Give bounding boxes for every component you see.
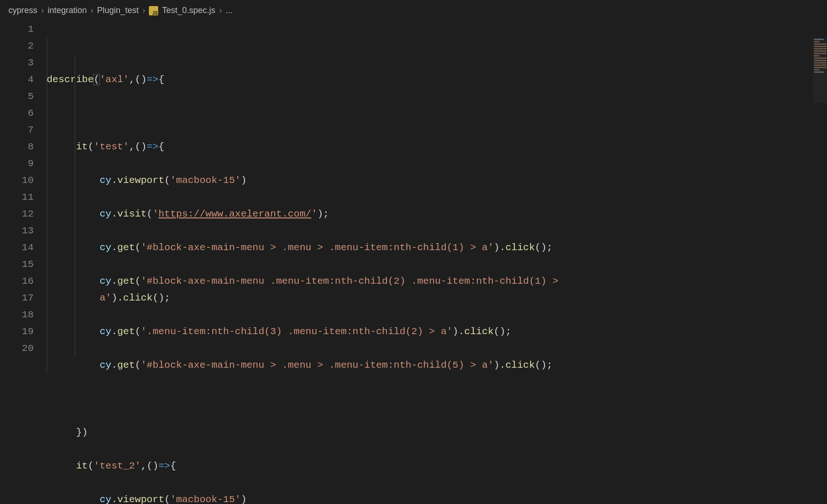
token-variable: cy xyxy=(99,242,111,253)
token-function: viewport xyxy=(117,175,164,186)
minimap-line xyxy=(814,50,827,52)
code-line[interactable]: cy.get('#block-axe-main-menu > .menu > .… xyxy=(47,357,827,374)
code-line[interactable]: describe('axl',()=>{ xyxy=(47,71,827,88)
token-string: '#block-axe-main-menu > .menu > .menu-it… xyxy=(141,360,494,371)
code-line[interactable]: cy.viewport('macbook-15') xyxy=(47,172,827,189)
token-punct: { xyxy=(158,74,164,85)
token-punct: ,() xyxy=(129,141,147,152)
line-number: 9 xyxy=(0,155,34,172)
token-function: click xyxy=(505,242,535,253)
line-number: 12 xyxy=(0,206,34,223)
line-number: 10 xyxy=(0,172,34,189)
line-number: 1 xyxy=(0,21,34,38)
line-number: 18 xyxy=(0,307,34,323)
token-punct: ( xyxy=(88,141,94,152)
minimap-line xyxy=(814,41,820,42)
token-function: describe xyxy=(47,74,94,85)
minimap-line xyxy=(814,39,824,40)
token-variable: cy xyxy=(99,360,111,371)
minimap[interactable] xyxy=(813,38,827,103)
code-editor[interactable]: 1 2 3 4 5 6 7 8 9 10 11 12 13 14 15 16 1… xyxy=(0,19,827,502)
token-punct: ( xyxy=(135,242,141,253)
line-number: 5 xyxy=(0,88,34,105)
breadcrumb-segment[interactable]: integration xyxy=(48,6,87,15)
token-punct: { xyxy=(170,461,176,471)
minimap-line xyxy=(814,53,827,54)
token-punct: (); xyxy=(535,242,553,253)
breadcrumb-segment[interactable]: cypress xyxy=(8,6,37,15)
token-function: it xyxy=(76,461,88,471)
line-number-gutter: 1 2 3 4 5 6 7 8 9 10 11 12 13 14 15 16 1… xyxy=(0,19,47,502)
minimap-line xyxy=(814,71,824,73)
token-punct: . xyxy=(112,276,118,287)
token-arrow: => xyxy=(147,74,158,85)
chevron-right-icon: › xyxy=(41,6,44,15)
token-function: get xyxy=(117,360,135,371)
indent-guide xyxy=(47,38,47,374)
breadcrumb-segment[interactable]: Plugin_test xyxy=(97,6,139,15)
code-line[interactable]: cy.get('#block-axe-main-menu > .menu > .… xyxy=(47,239,827,256)
token-punct: . xyxy=(112,242,118,253)
code-line[interactable]: cy.get('.menu-item:nth-child(3) .menu-it… xyxy=(47,323,827,340)
minimap-line xyxy=(814,55,820,56)
code-line[interactable] xyxy=(47,105,827,122)
token-string: '#block-axe-main-menu .menu-item:nth-chi… xyxy=(141,276,564,287)
token-punct: . xyxy=(112,360,118,371)
token-arrow: => xyxy=(158,461,170,471)
code-line[interactable]: cy.get('#block-axe-main-menu .menu-item:… xyxy=(47,273,827,307)
token-punct: ( xyxy=(164,175,170,186)
token-function: it xyxy=(76,141,88,152)
minimap-line xyxy=(814,48,827,49)
minimap-line xyxy=(814,43,827,45)
line-number: 16 xyxy=(0,273,34,290)
line-number: 19 xyxy=(0,323,34,340)
line-number: 3 xyxy=(0,55,34,71)
line-number: 2 xyxy=(0,38,34,55)
token-punct: ( xyxy=(88,461,94,471)
token-punct: ). xyxy=(494,360,505,371)
token-string: ' xyxy=(311,209,317,219)
code-content[interactable]: describe('axl',()=>{ it('test',()=>{ cy.… xyxy=(47,19,827,502)
chevron-right-icon: › xyxy=(219,6,222,15)
token-function: get xyxy=(117,242,135,253)
token-punct: . xyxy=(112,209,118,219)
minimap-line xyxy=(814,60,827,61)
token-function: click xyxy=(505,360,535,371)
minimap-line xyxy=(814,57,827,59)
token-punct: ). xyxy=(112,293,123,303)
minimap-line xyxy=(814,62,827,63)
line-number: 17 xyxy=(0,290,34,307)
token-function: click xyxy=(123,293,153,303)
token-punct: ); xyxy=(317,209,329,219)
token-function: click xyxy=(464,326,494,337)
code-line[interactable]: it('test_2',()=>{ xyxy=(47,458,827,475)
token-variable: cy xyxy=(99,209,111,219)
bracket-match-icon: ( xyxy=(94,74,100,85)
token-punct: (); xyxy=(535,360,553,371)
token-punct: (); xyxy=(153,293,170,303)
token-punct: (); xyxy=(494,326,512,337)
token-punct: ) xyxy=(241,175,247,186)
token-string: 'test_2' xyxy=(94,461,141,471)
code-line[interactable]: cy.viewport('macbook-15') xyxy=(47,491,827,504)
token-punct: . xyxy=(112,175,118,186)
code-line[interactable] xyxy=(47,391,827,407)
code-line[interactable]: it('test',()=>{ xyxy=(47,139,827,155)
token-string: '.menu-item:nth-child(3) .menu-item:nth-… xyxy=(141,326,453,337)
token-url: https://www.axelerant.com/ xyxy=(158,209,311,219)
line-number: 11 xyxy=(0,189,34,206)
token-punct: ). xyxy=(453,326,464,337)
token-punct: { xyxy=(159,141,165,152)
token-string: 'axl' xyxy=(99,74,129,85)
breadcrumb-file[interactable]: Test_0.spec.js xyxy=(162,6,215,15)
token-string: 'macbook-15' xyxy=(170,175,241,186)
code-line[interactable]: cy.visit('https://www.axelerant.com/'); xyxy=(47,206,827,223)
token-punct: . xyxy=(112,494,118,504)
breadcrumb-symbol[interactable]: ... xyxy=(225,6,232,15)
token-punct: ( xyxy=(135,276,141,287)
token-string: 'macbook-15' xyxy=(170,494,241,504)
token-punct: ,() xyxy=(141,461,159,471)
code-line[interactable]: }) xyxy=(47,424,827,441)
token-punct: ,() xyxy=(129,74,147,85)
token-punct: . xyxy=(112,326,118,337)
